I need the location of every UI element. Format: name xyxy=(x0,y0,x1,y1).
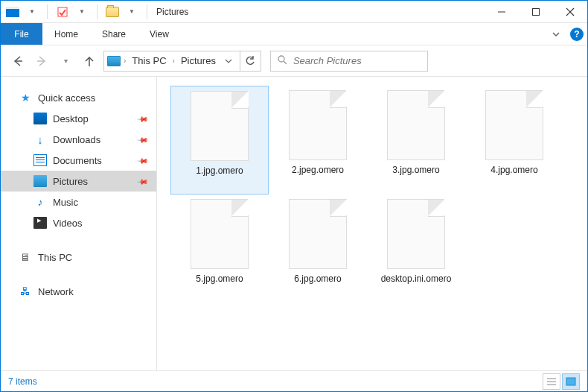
recent-locations-icon[interactable]: ▾ xyxy=(56,51,75,71)
sidebar-item-pictures[interactable]: Pictures 📌 xyxy=(1,171,156,192)
file-label: 2.jpeg.omero xyxy=(289,165,347,177)
file-label: 3.jpg.omero xyxy=(389,165,442,177)
sidebar-item-label: This PC xyxy=(38,252,72,263)
expand-ribbon-icon[interactable] xyxy=(546,23,566,45)
file-tab[interactable]: File xyxy=(1,23,42,45)
divider xyxy=(147,4,147,19)
search-box[interactable] xyxy=(270,51,428,72)
file-icon xyxy=(387,199,445,269)
qat-chevron-down-icon[interactable]: ▼ xyxy=(23,3,41,21)
sidebar-item-label: Documents xyxy=(53,155,102,166)
svg-rect-15 xyxy=(566,378,575,385)
pictures-icon xyxy=(107,55,121,67)
search-icon xyxy=(277,54,287,68)
file-item[interactable]: 3.jpg.omero xyxy=(367,86,465,195)
file-label: 4.jpg.omero xyxy=(488,165,540,177)
tab-share[interactable]: Share xyxy=(90,23,138,45)
sidebar-item-label: Pictures xyxy=(53,176,88,187)
tab-home[interactable]: Home xyxy=(42,23,90,45)
close-button[interactable] xyxy=(553,1,587,23)
file-item[interactable]: 1.jpg.omero xyxy=(170,86,269,195)
file-item[interactable]: 6.jpg.omero xyxy=(269,195,367,303)
sidebar-item-music[interactable]: ♪ Music xyxy=(1,192,156,212)
main-area: ★ Quick access Desktop 📌 ↓ Downloads 📌 D… xyxy=(1,77,587,372)
file-icon xyxy=(191,199,249,269)
divider xyxy=(47,4,48,19)
refresh-button[interactable] xyxy=(240,51,261,72)
minimize-button[interactable] xyxy=(485,1,519,23)
file-icon xyxy=(289,199,347,269)
file-icon xyxy=(387,90,445,160)
star-icon: ★ xyxy=(19,92,32,104)
svg-rect-1 xyxy=(6,7,19,9)
file-icon xyxy=(191,91,249,161)
content-pane[interactable]: 1.jpg.omero2.jpeg.omero3.jpg.omero4.jpg.… xyxy=(157,77,587,372)
file-item[interactable]: 4.jpg.omero xyxy=(465,86,563,195)
sidebar[interactable]: ★ Quick access Desktop 📌 ↓ Downloads 📌 D… xyxy=(1,77,157,372)
chevron-right-icon[interactable]: › xyxy=(171,57,176,65)
pin-icon: 📌 xyxy=(137,133,149,145)
folder-icon xyxy=(103,3,121,21)
file-item[interactable]: desktop.ini.omero xyxy=(367,195,465,303)
divider xyxy=(97,4,98,19)
desktop-icon xyxy=(33,113,47,124)
address-dropdown-icon[interactable] xyxy=(220,54,237,68)
sidebar-item-quick-access[interactable]: ★ Quick access xyxy=(1,87,156,108)
up-button[interactable] xyxy=(80,51,99,71)
documents-icon xyxy=(33,154,47,166)
file-icon xyxy=(485,90,543,160)
svg-rect-0 xyxy=(6,8,19,17)
file-item[interactable]: 5.jpg.omero xyxy=(170,195,269,303)
pin-icon: 📌 xyxy=(137,175,149,187)
details-view-button[interactable] xyxy=(543,373,560,390)
file-label: desktop.ini.omero xyxy=(378,274,455,285)
window-controls xyxy=(485,1,587,23)
sidebar-item-label: Network xyxy=(38,286,74,297)
sidebar-item-label: Quick access xyxy=(38,92,95,104)
sidebar-item-desktop[interactable]: Desktop 📌 xyxy=(1,108,156,129)
music-icon: ♪ xyxy=(33,196,47,208)
svg-point-10 xyxy=(278,56,284,62)
statusbar: 7 items xyxy=(1,370,587,391)
pin-icon: 📌 xyxy=(137,113,149,124)
sidebar-item-label: Desktop xyxy=(53,113,89,124)
back-button[interactable] xyxy=(8,51,28,71)
file-item[interactable]: 2.jpeg.omero xyxy=(269,86,367,195)
file-label: 1.jpg.omero xyxy=(193,165,246,177)
file-grid: 1.jpg.omero2.jpeg.omero3.jpg.omero4.jpg.… xyxy=(170,86,581,303)
file-label: 6.jpg.omero xyxy=(291,274,344,285)
file-label: 5.jpg.omero xyxy=(193,274,246,285)
address-bar[interactable]: › This PC › Pictures xyxy=(103,51,240,72)
sidebar-item-this-pc[interactable]: 🖥 This PC xyxy=(1,247,156,268)
chevron-right-icon[interactable]: › xyxy=(122,57,127,65)
svg-line-11 xyxy=(284,61,287,64)
properties-icon[interactable] xyxy=(54,3,71,21)
qat-chevron-down-icon-2[interactable]: ▼ xyxy=(73,3,91,21)
help-button[interactable]: ? xyxy=(566,23,587,45)
qat-chevron-down-icon-3[interactable]: ▼ xyxy=(123,3,141,21)
quick-access-toolbar: ▼ ▼ ▼ xyxy=(1,3,152,21)
file-icon xyxy=(289,90,347,160)
pictures-icon xyxy=(33,175,47,187)
pin-icon: 📌 xyxy=(137,154,149,166)
sidebar-item-videos[interactable]: Videos xyxy=(1,212,156,233)
forward-button[interactable] xyxy=(32,51,51,71)
sidebar-item-network[interactable]: 🖧 Network xyxy=(1,281,156,302)
large-icons-view-button[interactable] xyxy=(562,373,580,390)
help-icon: ? xyxy=(570,28,584,41)
sidebar-item-documents[interactable]: Documents 📌 xyxy=(1,150,156,171)
titlebar: ▼ ▼ ▼ Pictures xyxy=(1,1,587,23)
svg-rect-4 xyxy=(533,8,540,15)
window-title: Pictures xyxy=(156,7,188,17)
sidebar-item-downloads[interactable]: ↓ Downloads 📌 xyxy=(1,129,156,150)
breadcrumb-part-thispc[interactable]: This PC xyxy=(129,55,169,66)
downloads-icon: ↓ xyxy=(33,133,47,145)
maximize-button[interactable] xyxy=(519,1,553,23)
tab-view[interactable]: View xyxy=(138,23,181,45)
ribbon: File Home Share View ? xyxy=(1,23,587,45)
explorer-icon[interactable] xyxy=(4,3,22,21)
breadcrumb-part-pictures[interactable]: Pictures xyxy=(178,55,219,66)
network-icon: 🖧 xyxy=(19,285,32,297)
search-input[interactable] xyxy=(293,55,421,66)
navigation-bar: ▾ › This PC › Pictures xyxy=(1,45,587,77)
